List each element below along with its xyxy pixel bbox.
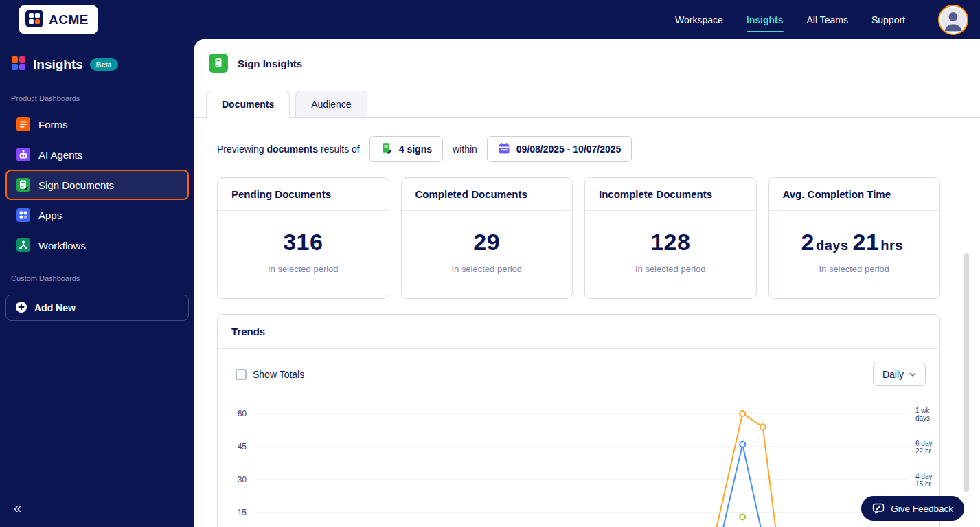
sidebar-collapse-button[interactable]: «	[14, 500, 21, 516]
stat-caption: In selected period	[218, 264, 389, 274]
stat-value: 316	[218, 229, 389, 256]
tab-audience[interactable]: Audience	[295, 91, 367, 117]
plus-icon	[15, 301, 27, 315]
stats-row: Pending Documents 316 In selected period…	[217, 177, 940, 299]
signs-filter-button[interactable]: 4 signs	[369, 136, 443, 162]
stat-card-completed: Completed Documents 29 In selected perio…	[401, 177, 573, 299]
filter-row: Previewing documents results of 4 signs …	[217, 136, 980, 162]
sidebar-item-label: Workflows	[38, 240, 86, 251]
add-new-button[interactable]: Add New	[5, 295, 189, 321]
nav-all-teams[interactable]: All Teams	[807, 14, 848, 25]
within-label: within	[453, 144, 477, 155]
stat-card-incomplete: Incomplete Documents 128 In selected per…	[584, 177, 757, 299]
sidebar-header: Insights Beta	[0, 39, 194, 80]
tab-bar: Documents Audience	[194, 91, 980, 118]
acme-logo-text: ACME	[49, 12, 89, 27]
sidebar-item-label: Apps	[38, 210, 62, 221]
svg-text:22 hr: 22 hr	[915, 447, 931, 455]
sidebar-item-ai-agents[interactable]: AI Agents	[5, 139, 189, 170]
person-icon	[939, 5, 967, 35]
forms-icon	[16, 117, 30, 131]
sidebar-item-workflows[interactable]: Workflows	[5, 230, 189, 260]
trends-title: Trends	[218, 315, 939, 349]
stat-value: 2days21hrs	[769, 229, 940, 256]
svg-text:6 day: 6 day	[915, 440, 932, 447]
app-root: ACME Workspace Insights All Teams Suppor…	[0, 0, 980, 527]
trends-controls: Show Totals Daily	[218, 349, 939, 386]
signs-filter-value: 4 signs	[399, 144, 432, 155]
give-feedback-button[interactable]: Give Feedback	[861, 496, 964, 521]
sign-insights-icon	[209, 54, 228, 73]
stat-title: Completed Documents	[402, 178, 573, 211]
stat-title: Avg. Completion Time	[769, 178, 940, 211]
stat-card-avg-completion-time: Avg. Completion Time 2days21hrs In selec…	[768, 177, 941, 299]
workflows-icon	[16, 238, 30, 252]
sidebar: Insights Beta Product Dashboards Forms A…	[0, 39, 194, 527]
main-panel: Sign Insights Documents Audience Preview…	[194, 39, 980, 527]
stat-caption: In selected period	[585, 264, 756, 274]
filter-prefix: Previewing documents results of	[217, 144, 360, 155]
add-new-label: Add New	[34, 302, 76, 313]
sidebar-item-apps[interactable]: Apps	[5, 200, 189, 230]
sidebar-item-label: Forms	[38, 119, 68, 131]
date-range-value: 09/08/2025 - 10/07/2025	[516, 144, 622, 155]
acme-logo[interactable]: ACME	[19, 5, 98, 34]
section-product-dashboards: Product Dashboards	[0, 80, 194, 109]
tab-documents[interactable]: Documents	[206, 91, 290, 118]
sign-documents-icon	[16, 178, 30, 192]
stat-value: 29	[402, 229, 573, 256]
scrollbar-thumb[interactable]	[964, 253, 969, 492]
sidebar-title: Insights	[33, 57, 83, 72]
sidebar-item-forms[interactable]: Forms	[5, 109, 189, 139]
show-totals-label: Show Totals	[253, 369, 304, 380]
sidebar-item-label: AI Agents	[38, 149, 82, 161]
insights-icon	[11, 56, 26, 74]
beta-badge: Beta	[90, 58, 118, 71]
show-totals-checkbox[interactable]	[236, 369, 247, 380]
svg-text:15: 15	[238, 508, 247, 517]
main-header: Sign Insights	[209, 54, 980, 73]
show-totals-control: Show Totals	[236, 369, 304, 380]
svg-text:4 day: 4 day	[915, 473, 932, 480]
ai-agents-icon	[16, 148, 30, 161]
nav-insights[interactable]: Insights	[747, 14, 784, 25]
apps-icon	[16, 208, 30, 222]
sign-document-icon	[380, 142, 393, 157]
granularity-select[interactable]: Daily	[873, 363, 926, 386]
svg-text:30: 30	[238, 475, 247, 484]
stat-title: Incomplete Documents	[585, 178, 756, 211]
svg-text:15 hr: 15 hr	[915, 480, 931, 488]
svg-text:1 wk: 1 wk	[915, 407, 931, 414]
stat-value: 128	[585, 229, 756, 256]
trends-card: Trends Show Totals Daily 604530151 wkday…	[217, 314, 940, 527]
svg-text:45: 45	[238, 442, 247, 451]
topbar: ACME Workspace Insights All Teams Suppor…	[0, 0, 980, 39]
trends-line-chart[interactable]: 604530151 wkdays6 day22 hr4 day15 hr	[218, 397, 940, 527]
trends-chart-area: 604530151 wkdays6 day22 hr4 day15 hr	[218, 397, 940, 527]
feedback-bubble-icon	[872, 502, 885, 515]
nav-workspace[interactable]: Workspace	[675, 14, 723, 25]
sidebar-item-label: Sign Documents	[38, 179, 114, 191]
sidebar-item-sign-documents[interactable]: Sign Documents	[5, 170, 189, 200]
top-navigation: Workspace Insights All Teams Support	[675, 5, 968, 35]
give-feedback-label: Give Feedback	[891, 504, 953, 514]
nav-support[interactable]: Support	[871, 14, 905, 25]
svg-text:days: days	[915, 414, 930, 422]
date-range-button[interactable]: 09/08/2025 - 10/07/2025	[487, 136, 633, 162]
chevron-down-icon	[909, 372, 916, 377]
svg-text:60: 60	[238, 409, 247, 418]
stat-title: Pending Documents	[218, 178, 389, 211]
user-avatar[interactable]	[938, 5, 968, 35]
acme-logo-icon	[25, 10, 43, 30]
stat-card-pending: Pending Documents 316 In selected period	[217, 177, 389, 299]
stat-caption: In selected period	[402, 264, 573, 274]
calendar-icon	[498, 142, 510, 157]
page-title: Sign Insights	[238, 58, 302, 69]
section-custom-dashboards: Custom Dashboards	[0, 260, 194, 289]
stat-caption: In selected period	[769, 264, 940, 274]
